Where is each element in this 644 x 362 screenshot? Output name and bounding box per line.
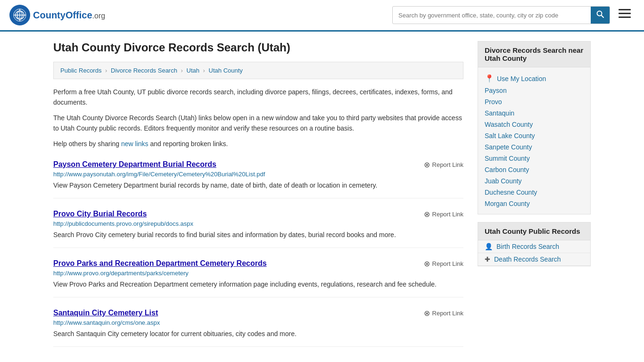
sidebar-link-sanpete[interactable]: Sanpete County (485, 141, 584, 153)
result-desc-1: View Payson Cemetery Department burial r… (53, 181, 463, 190)
menu-button[interactable] (615, 7, 635, 23)
sidebar-link-provo[interactable]: Provo (485, 96, 584, 107)
breadcrumb-sep-2: › (181, 67, 183, 74)
header: CountyOffice.org (0, 0, 644, 32)
sidebar-birth-records-link[interactable]: 👤 Birth Records Search (478, 240, 590, 253)
result-url-1: http://www.paysonutah.org/img/File/Cemet… (53, 171, 463, 178)
sidebar-link-payson[interactable]: Payson (485, 85, 584, 96)
sidebar-public-records-section: Utah County Public Records 👤 Birth Recor… (478, 222, 591, 266)
result-item: Santaquin City Cemetery List ⊗ Report Li… (53, 309, 463, 347)
page-title: Utah County Divorce Records Search (Utah… (53, 41, 463, 54)
sidebar-nearby-section: Divorce Records Search near Utah County … (478, 41, 591, 214)
logo-icon (9, 5, 30, 25)
result-url-2: http://publicdocuments.provo.org/sirepub… (53, 220, 463, 227)
breadcrumb-divorce-records[interactable]: Divorce Records Search (111, 67, 177, 74)
result-header: Santaquin City Cemetery List ⊗ Report Li… (53, 309, 463, 319)
sidebar-public-records-title: Utah County Public Records (478, 222, 590, 240)
result-header: Payson Cemetery Department Burial Record… (53, 160, 463, 171)
result-title-1[interactable]: Payson Cemetery Department Burial Record… (53, 160, 216, 169)
report-link-4[interactable]: ⊗ Report Link (424, 309, 463, 318)
search-input[interactable] (393, 8, 591, 23)
report-icon-3: ⊗ (424, 259, 430, 268)
use-location-link[interactable]: 📍 Use My Location (485, 72, 584, 85)
sidebar-link-wasatch[interactable]: Wasatch County (485, 119, 584, 130)
sidebar-link-juab[interactable]: Juab County (485, 175, 584, 187)
report-icon-2: ⊗ (424, 210, 430, 219)
sidebar-link-summit[interactable]: Summit County (485, 153, 584, 164)
report-link-3[interactable]: ⊗ Report Link (424, 259, 463, 268)
logo-text: CountyOffice.org (33, 10, 105, 21)
sidebar-link-duchesne[interactable]: Duchesne County (485, 187, 584, 198)
logo-area: CountyOffice.org (9, 5, 105, 25)
description-3: Help others by sharing new links and rep… (53, 139, 463, 149)
main-container: Utah County Divorce Records Search (Utah… (39, 32, 605, 356)
content-area: Utah County Divorce Records Search (Utah… (53, 41, 463, 347)
result-title-4[interactable]: Santaquin City Cemetery List (53, 309, 158, 317)
result-item: Payson Cemetery Department Burial Record… (53, 160, 463, 198)
result-header: Provo City Burial Records ⊗ Report Link (53, 210, 463, 220)
svg-rect-7 (619, 9, 631, 10)
svg-rect-9 (619, 16, 631, 18)
result-url-4: http://www.santaquin.org/cms/one.aspx (53, 319, 463, 326)
search-button[interactable] (591, 7, 610, 24)
search-bar (392, 6, 610, 24)
result-title-3[interactable]: Provo Parks and Recreation Department Ce… (53, 259, 267, 268)
svg-rect-8 (619, 13, 631, 14)
description-1: Perform a free Utah County, UT public di… (53, 87, 463, 108)
result-title-2[interactable]: Provo City Burial Records (53, 210, 147, 218)
result-desc-2: Search Provo City cemetery burial record… (53, 230, 463, 240)
report-icon-4: ⊗ (424, 309, 430, 318)
new-links-link[interactable]: new links (121, 140, 149, 148)
result-item: Provo City Burial Records ⊗ Report Link … (53, 210, 463, 248)
result-item: Provo Parks and Recreation Department Ce… (53, 259, 463, 297)
breadcrumb-sep-1: › (105, 67, 107, 74)
sidebar-death-records-link[interactable]: ✚ Death Records Search (478, 253, 590, 266)
header-right (392, 6, 635, 24)
report-icon-1: ⊗ (424, 160, 430, 169)
birth-records-icon: 👤 (485, 243, 493, 250)
description-2: The Utah County Divorce Records Search (… (53, 113, 463, 134)
result-desc-3: View Provo Parks and Recreation Departme… (53, 280, 463, 289)
breadcrumb: Public Records › Divorce Records Search … (53, 62, 463, 79)
sidebar-link-salt-lake[interactable]: Salt Lake County (485, 130, 584, 141)
sidebar: Divorce Records Search near Utah County … (478, 41, 591, 347)
svg-line-6 (602, 16, 604, 18)
location-icon: 📍 (485, 74, 494, 83)
report-link-2[interactable]: ⊗ Report Link (424, 210, 463, 219)
sidebar-nearby-title: Divorce Records Search near Utah County (478, 41, 590, 67)
breadcrumb-public-records[interactable]: Public Records (60, 67, 101, 74)
sidebar-link-carbon[interactable]: Carbon County (485, 164, 584, 175)
breadcrumb-utah[interactable]: Utah (187, 67, 199, 74)
sidebar-link-morgan[interactable]: Morgan County (485, 198, 584, 209)
breadcrumb-utah-county[interactable]: Utah County (209, 67, 243, 74)
report-link-1[interactable]: ⊗ Report Link (424, 160, 463, 169)
death-records-icon: ✚ (485, 255, 490, 263)
sidebar-nearby-content: 📍 Use My Location Payson Provo Santaquin… (478, 67, 590, 214)
result-desc-4: Search Santaquin City cemetery locator f… (53, 329, 463, 339)
result-url-3: http://www.provo.org/departments/parks/c… (53, 270, 463, 277)
breadcrumb-sep-3: › (203, 67, 205, 74)
result-header: Provo Parks and Recreation Department Ce… (53, 259, 463, 270)
sidebar-link-santaquin[interactable]: Santaquin (485, 107, 584, 119)
